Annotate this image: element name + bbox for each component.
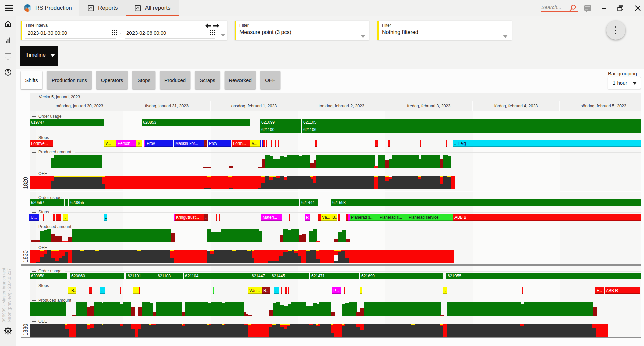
oee-bar[interactable]: [207, 325, 211, 337]
oee-red-bar[interactable]: [360, 324, 364, 330]
stop-bar[interactable]: [360, 287, 362, 294]
produced-bar[interactable]: [156, 302, 182, 316]
stop-bar[interactable]: [120, 287, 121, 294]
produced-bar[interactable]: [76, 302, 87, 316]
produced-bar[interactable]: [182, 312, 185, 316]
oee-bar[interactable]: [287, 326, 290, 337]
oee-bar[interactable]: [138, 329, 141, 337]
oee-bar[interactable]: [524, 324, 592, 337]
oee-red-bar[interactable]: [69, 324, 76, 337]
produced-bar[interactable]: [331, 312, 335, 316]
oee-yellow-tick[interactable]: [65, 324, 67, 325]
oee-yellow-tick[interactable]: [272, 324, 276, 325]
stop-bar[interactable]: [288, 287, 289, 294]
oee-bar[interactable]: [222, 325, 225, 337]
produced-bar[interactable]: [72, 315, 76, 316]
oee-yellow-tick[interactable]: [280, 324, 290, 325]
oee-red-bar[interactable]: [356, 324, 360, 327]
produced-bar[interactable]: [524, 302, 593, 316]
produced-bar[interactable]: [269, 310, 273, 316]
produced-bar[interactable]: [211, 302, 222, 316]
produced-bar[interactable]: [313, 303, 317, 316]
stop-bar[interactable]: [89, 287, 90, 294]
order-bar[interactable]: 621101: [126, 273, 156, 279]
produced-bar[interactable]: [248, 315, 252, 316]
produced-bar[interactable]: [447, 302, 521, 316]
produced-bar[interactable]: [138, 307, 142, 316]
produced-bar[interactable]: [90, 306, 94, 316]
produced-bar[interactable]: [225, 302, 244, 316]
produced-bar[interactable]: [280, 305, 284, 316]
oee-bar[interactable]: [269, 327, 272, 337]
produced-bar[interactable]: [345, 303, 349, 316]
collapse-dash-icon[interactable]: [32, 286, 36, 286]
produced-bar[interactable]: [150, 303, 153, 316]
oee-yellow-tick[interactable]: [207, 324, 209, 325]
oee-bar[interactable]: [120, 326, 123, 337]
stop-bar[interactable]: [213, 287, 214, 294]
produced-bar[interactable]: [364, 302, 441, 316]
oee-red-bar[interactable]: [520, 324, 524, 326]
oee-bar[interactable]: [156, 324, 182, 337]
oee-bar[interactable]: [185, 324, 207, 337]
oee-yellow-tick[interactable]: [248, 324, 251, 325]
oee-red-bar[interactable]: [592, 324, 596, 328]
oee-bar[interactable]: [364, 324, 422, 337]
produced-bar[interactable]: [123, 302, 131, 316]
produced-bar[interactable]: [276, 302, 280, 316]
oee-bar[interactable]: [426, 324, 440, 337]
produced-bar[interactable]: [30, 302, 66, 316]
oee-red-bar[interactable]: [131, 324, 135, 329]
oee-red-bar[interactable]: [135, 324, 138, 337]
oee-bar[interactable]: [320, 324, 331, 337]
oee-bar[interactable]: [447, 324, 520, 337]
oee-bar[interactable]: [123, 324, 131, 337]
oee-bar[interactable]: [141, 324, 149, 337]
stop-bar[interactable]: [133, 287, 139, 294]
order-bar[interactable]: 620858: [30, 273, 67, 279]
produced-bar[interactable]: [103, 302, 120, 316]
oee-bar[interactable]: [342, 326, 345, 337]
stop-bar[interactable]: [281, 287, 282, 294]
oee-bar[interactable]: [280, 327, 284, 337]
produced-bar[interactable]: [356, 312, 360, 316]
oee-bar[interactable]: [76, 324, 87, 337]
oee-red-bar[interactable]: [443, 324, 447, 337]
produced-bar[interactable]: [349, 302, 357, 316]
oee-red-bar[interactable]: [248, 324, 251, 337]
order-bar[interactable]: 621447: [250, 273, 270, 279]
oee-yellow-tick[interactable]: [87, 324, 90, 325]
produced-bar[interactable]: [222, 303, 225, 316]
produced-bar[interactable]: [273, 303, 276, 316]
oee-bar[interactable]: [422, 324, 426, 337]
oee-bar[interactable]: [94, 324, 120, 337]
produced-bar[interactable]: [284, 306, 288, 316]
stop-bar[interactable]: [90, 287, 92, 294]
order-bar[interactable]: 621103: [156, 273, 183, 279]
oee-bar[interactable]: [90, 328, 94, 337]
oee-bar[interactable]: [149, 325, 156, 337]
order-bar[interactable]: 621104: [184, 273, 250, 279]
oee-red-bar[interactable]: [334, 324, 342, 337]
oee-bar[interactable]: [182, 326, 185, 337]
produced-bar[interactable]: [342, 304, 345, 316]
oee-red-bar[interactable]: [596, 324, 608, 337]
order-bar[interactable]: 621471: [310, 273, 359, 279]
oee-bar[interactable]: [244, 325, 248, 337]
oee-bar[interactable]: [131, 329, 135, 337]
oee-red-bar[interactable]: [120, 324, 123, 326]
produced-bar[interactable]: [208, 303, 211, 316]
produced-bar[interactable]: [153, 312, 156, 316]
stop-bar[interactable]: [522, 287, 523, 294]
oee-red-bar[interactable]: [251, 324, 269, 337]
oee-yellow-tick[interactable]: [342, 324, 344, 325]
produced-bar[interactable]: [593, 307, 597, 316]
order-bar[interactable]: 621955: [446, 273, 641, 279]
produced-bar[interactable]: [317, 304, 319, 316]
stop-bar[interactable]: [139, 287, 140, 294]
produced-bar[interactable]: [306, 306, 313, 316]
produced-bar[interactable]: [360, 308, 364, 316]
produced-bar[interactable]: [87, 307, 90, 316]
oee-red-bar[interactable]: [138, 324, 141, 329]
collapse-dash-icon[interactable]: [32, 300, 36, 301]
